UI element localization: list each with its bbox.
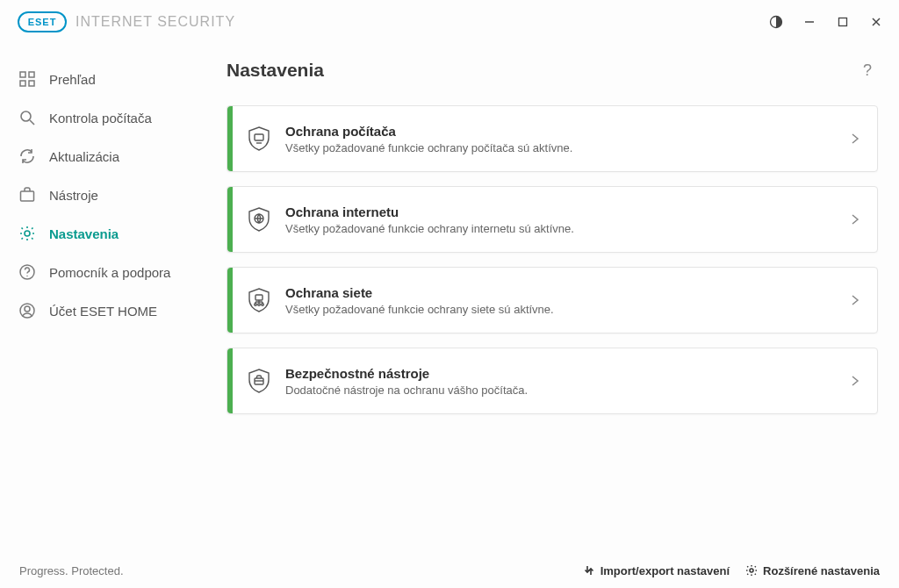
card-title: Ochrana internetu	[285, 204, 833, 219]
sidebar-item-account[interactable]: Účet ESET HOME	[0, 291, 219, 330]
maximize-icon[interactable]	[834, 13, 852, 31]
advanced-settings-link[interactable]: Rozšírené nastavenia	[745, 564, 880, 577]
svg-rect-6	[29, 72, 34, 77]
card-desc: Všetky požadované funkcie ochrany počíta…	[285, 141, 833, 154]
refresh-icon	[18, 147, 37, 166]
card-desc: Dodatočné nástroje na ochranu vášho počí…	[285, 384, 833, 397]
sidebar-item-overview[interactable]: Prehľad	[0, 60, 219, 98]
settings-card-computer-protection[interactable]: Ochrana počítača Všetky požadované funkc…	[227, 105, 878, 172]
sidebar-item-label: Nastavenia	[49, 226, 119, 241]
minimize-icon[interactable]	[801, 13, 818, 31]
gear-icon	[745, 564, 758, 577]
shield-globe-icon	[233, 206, 285, 233]
svg-rect-20	[255, 295, 263, 300]
svg-point-9	[21, 111, 31, 121]
close-icon[interactable]	[867, 13, 885, 31]
footer-link-label: Rozšírené nastavenia	[763, 564, 880, 577]
chevron-right-icon	[833, 294, 877, 306]
svg-point-22	[255, 304, 257, 306]
footer-tagline: Progress. Protected.	[19, 564, 124, 577]
chevron-right-icon	[833, 213, 877, 226]
card-title: Bezpečnostné nástroje	[285, 366, 833, 381]
chevron-right-icon	[833, 375, 877, 387]
card-title: Ochrana počítača	[285, 124, 833, 139]
title-bar: ESET INTERNET SECURITY	[0, 0, 899, 44]
card-desc: Všetky požadované funkcie ochrany intern…	[285, 222, 833, 235]
contrast-icon[interactable]	[767, 13, 785, 31]
dashboard-icon	[18, 69, 37, 89]
svg-point-16	[25, 306, 30, 312]
svg-point-23	[258, 304, 261, 306]
gear-icon	[18, 224, 37, 243]
sidebar-item-label: Prehľad	[49, 72, 96, 87]
shield-network-icon	[233, 287, 285, 313]
brand-name: INTERNET SECURITY	[76, 14, 235, 30]
footer: Progress. Protected. Import/export nasta…	[0, 553, 899, 588]
brand-mark: ESET	[18, 11, 67, 32]
settings-card-internet-protection[interactable]: Ochrana internetu Všetky požadované funk…	[227, 186, 878, 253]
sidebar-item-update[interactable]: Aktualizácia	[0, 137, 219, 176]
sidebar-item-scan[interactable]: Kontrola počítača	[0, 98, 219, 137]
svg-rect-7	[20, 81, 25, 86]
svg-rect-5	[20, 72, 25, 77]
sidebar-item-settings[interactable]: Nastavenia	[0, 214, 219, 253]
help-icon	[18, 262, 37, 282]
toolbox-icon	[18, 185, 37, 204]
window-controls	[767, 13, 890, 31]
page-title: Nastavenia	[227, 60, 324, 81]
sidebar-item-label: Účet ESET HOME	[49, 304, 157, 319]
svg-point-24	[262, 304, 264, 306]
sidebar-item-label: Kontrola počítača	[49, 111, 152, 125]
account-icon	[18, 301, 37, 320]
svg-point-12	[25, 231, 30, 236]
settings-card-network-protection[interactable]: Ochrana siete Všetky požadované funkcie …	[227, 267, 878, 333]
chevron-right-icon	[833, 133, 877, 145]
import-export-link[interactable]: Import/export nastavení	[583, 564, 730, 577]
page-help-icon[interactable]: ?	[857, 61, 878, 80]
card-title: Ochrana siete	[285, 285, 833, 300]
svg-rect-8	[29, 81, 34, 86]
sidebar: Prehľad Kontrola počítača Aktualizácia N…	[0, 44, 219, 553]
footer-link-label: Import/export nastavení	[601, 564, 730, 577]
sidebar-item-tools[interactable]: Nástroje	[0, 176, 219, 214]
shield-monitor-icon	[233, 125, 285, 152]
svg-point-30	[750, 569, 753, 572]
svg-rect-17	[255, 134, 263, 140]
sidebar-item-help[interactable]: Pomocník a podpora	[0, 253, 219, 291]
search-icon	[18, 108, 37, 127]
import-export-icon	[583, 564, 595, 577]
sidebar-item-label: Aktualizácia	[49, 149, 119, 164]
card-desc: Všetky požadované funkcie ochrany siete …	[285, 303, 833, 316]
svg-rect-2	[839, 18, 847, 26]
shield-toolbox-icon	[233, 368, 285, 394]
sidebar-item-label: Nástroje	[49, 188, 98, 203]
svg-line-10	[30, 120, 34, 125]
svg-rect-11	[21, 191, 34, 201]
app-logo: ESET INTERNET SECURITY	[18, 11, 235, 32]
main-content: Nastavenia ? Ochrana počítača Všetky pož…	[219, 44, 899, 553]
svg-point-14	[26, 276, 27, 276]
sidebar-item-label: Pomocník a podpora	[49, 265, 170, 280]
settings-card-security-tools[interactable]: Bezpečnostné nástroje Dodatočné nástroje…	[227, 348, 878, 414]
